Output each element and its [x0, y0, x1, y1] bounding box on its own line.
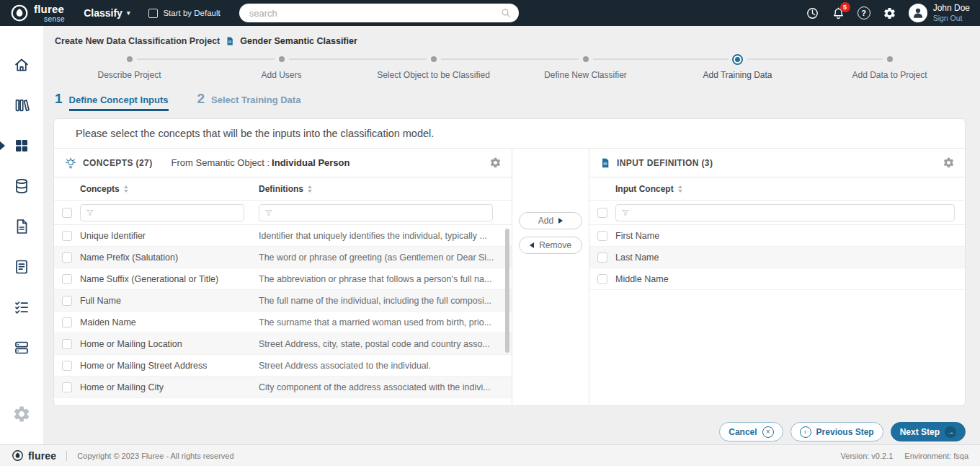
avatar [909, 4, 927, 22]
row-checkbox[interactable] [62, 274, 72, 284]
step-select-object[interactable]: Select Object to be Classified [357, 53, 509, 80]
app-menu-classify[interactable]: Classify ▾ [84, 7, 130, 19]
brand-name: fluree [34, 4, 65, 14]
tab-select-training-data[interactable]: 2 Select Training Data [197, 91, 301, 111]
sort-icon[interactable] [308, 185, 312, 193]
sort-icon[interactable] [124, 185, 128, 193]
start-by-default-toggle[interactable]: Start by Default [148, 9, 220, 18]
step-label: Add Users [261, 70, 301, 80]
step-add-data-to-project[interactable]: Add Data to Project [814, 53, 966, 80]
concept-definition: Street Address, city, state, postal code… [259, 339, 512, 349]
input-definition-settings-button[interactable] [943, 157, 955, 169]
help-button[interactable]: ? [858, 6, 870, 19]
concept-row[interactable]: Home or Mailing City City component of t… [54, 377, 512, 398]
row-checkbox[interactable] [62, 317, 72, 327]
select-all-checkbox[interactable] [597, 208, 607, 218]
input-concept-row[interactable]: First Name [589, 225, 965, 247]
concepts-column-header[interactable]: Concepts [80, 184, 259, 194]
tab-label: Define Concept Inputs [69, 94, 169, 111]
input-concept-name: Last Name [615, 252, 659, 263]
help-icon: ? [858, 6, 870, 19]
stepper: Describe Project Add Users Select Object… [53, 53, 966, 80]
concept-row[interactable]: Home or Mailing Street Address Street Ad… [54, 355, 512, 377]
row-checkbox[interactable] [597, 274, 607, 284]
step-dot [583, 56, 589, 62]
input-concept-name: Middle Name [615, 274, 669, 284]
sidebar-item-data[interactable] [0, 166, 43, 206]
sidebar-item-servers[interactable] [0, 327, 43, 368]
concepts-idea-icon [64, 157, 77, 170]
settings-button[interactable] [883, 6, 896, 20]
topbar: fluree sense Classify ▾ Start by Default… [0, 0, 980, 26]
input-rows: First Name Last Name Middle [589, 225, 965, 405]
sidebar-item-dashboard[interactable] [0, 126, 43, 166]
user-menu[interactable]: John Doe Sign Out [909, 4, 970, 22]
project-name: Gender Semantic Classifier [240, 36, 357, 46]
concepts-filter-input[interactable] [80, 204, 244, 221]
sidebar-item-settings[interactable] [0, 394, 43, 434]
concept-definition: The word or phrase of greeting (as Gentl… [259, 252, 512, 263]
previous-step-button[interactable]: ‹ Previous Step [790, 422, 883, 441]
fluree-logo-icon [10, 4, 29, 22]
step-label: Define New Classifier [544, 70, 627, 80]
input-concept-column-header[interactable]: Input Concept [615, 184, 965, 194]
concepts-filter-row [54, 201, 512, 225]
sidebar-item-home[interactable] [0, 45, 43, 85]
notifications-button[interactable]: 5 [832, 6, 845, 20]
gear-icon [12, 405, 31, 423]
input-concept-filter-input[interactable] [615, 204, 955, 221]
definitions-filter-input[interactable] [259, 204, 493, 221]
user-name: John Doe [933, 4, 970, 14]
step-define-new-classifier[interactable]: Define New Classifier [509, 53, 662, 80]
sidebar-item-tasks[interactable] [0, 287, 43, 327]
row-checkbox[interactable] [62, 252, 72, 263]
activity-clock-icon[interactable] [806, 6, 819, 20]
definitions-column-header[interactable]: Definitions [259, 184, 512, 194]
concept-definition: The surname that a married woman used fr… [259, 317, 512, 327]
concept-name: Home or Mailing Street Address [80, 361, 207, 371]
sidebar-item-library[interactable] [0, 85, 43, 126]
row-checkbox[interactable] [62, 339, 72, 349]
step-add-training-data[interactable]: Add Training Data [662, 53, 814, 80]
select-all-checkbox[interactable] [62, 208, 72, 218]
row-checkbox[interactable] [597, 231, 607, 241]
concept-row[interactable]: Unique Identifier Identifier that unique… [54, 225, 512, 247]
footer-divider [66, 451, 67, 461]
concept-row[interactable]: Name Prefix (Salutation) The word or phr… [54, 247, 512, 268]
step-dot [127, 56, 133, 62]
triangle-right-icon [558, 218, 563, 224]
input-concept-row[interactable]: Last Name [589, 247, 965, 268]
scrollbar-thumb[interactable] [505, 229, 509, 353]
row-checkbox[interactable] [597, 252, 607, 263]
sidebar-item-reports[interactable] [0, 247, 43, 287]
tab-define-concept-inputs[interactable]: 1 Define Concept Inputs [55, 91, 169, 111]
concept-row[interactable]: Maiden Name The surname that a married w… [54, 312, 512, 333]
sort-icon[interactable] [678, 185, 682, 193]
instruction-text: Please select the concepts that will be … [54, 119, 965, 149]
add-button[interactable]: Add [519, 212, 582, 229]
next-step-button[interactable]: Next Step → [891, 422, 966, 441]
brand-subname: sense [44, 16, 65, 23]
step-add-users[interactable]: Add Users [205, 53, 357, 80]
concept-name: Name Prefix (Salutation) [80, 252, 178, 263]
concept-row[interactable]: Home or Mailing Location Street Address,… [54, 333, 512, 355]
concept-row[interactable]: Full Name The full name of the individua… [54, 290, 512, 312]
sidebar-item-documents[interactable] [0, 206, 43, 247]
step-describe-project[interactable]: Describe Project [53, 53, 205, 80]
concepts-settings-button[interactable] [489, 157, 502, 169]
start-by-default-checkbox[interactable] [148, 9, 158, 18]
row-checkbox[interactable] [62, 361, 72, 371]
funnel-icon [86, 208, 94, 217]
row-checkbox[interactable] [62, 231, 72, 241]
row-checkbox[interactable] [62, 382, 72, 392]
search-input[interactable] [239, 4, 519, 22]
concept-row[interactable]: Name Suffix (Generational or Title) The … [54, 268, 512, 290]
remove-button[interactable]: Remove [519, 237, 582, 254]
step-dot [887, 56, 893, 62]
sign-out-link[interactable]: Sign Out [933, 14, 970, 22]
row-checkbox[interactable] [62, 296, 72, 306]
concept-definition: The abbreviation or phrase that follows … [259, 274, 512, 284]
input-concept-row[interactable]: Middle Name [589, 268, 965, 290]
brand-logo[interactable]: fluree sense [10, 4, 65, 23]
cancel-button[interactable]: Cancel × [719, 422, 783, 441]
